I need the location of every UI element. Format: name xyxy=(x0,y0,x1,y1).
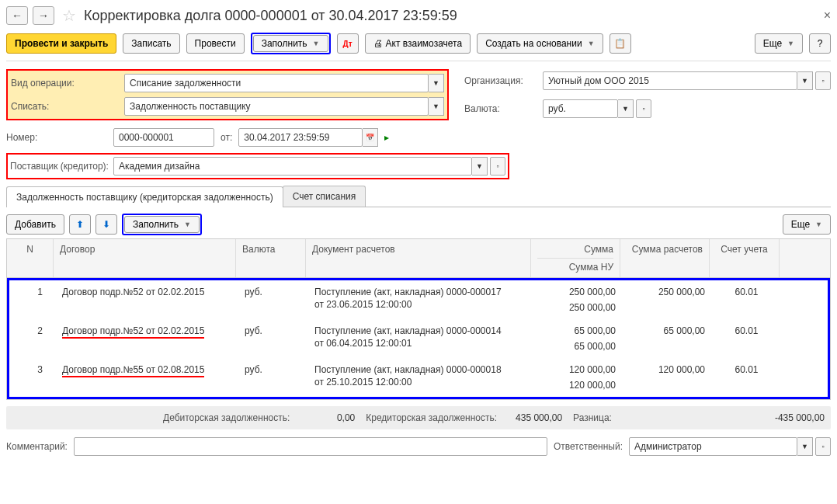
cell-sum-r: 120 000,00 xyxy=(623,363,712,392)
comment-label: Комментарий: xyxy=(6,441,68,452)
print-icon: 🖨 xyxy=(373,38,383,49)
cell-currency: руб. xyxy=(238,285,308,315)
org-label: Организация: xyxy=(464,75,538,86)
cell-n: 3 xyxy=(9,363,56,392)
post-close-button[interactable]: Провести и закрыть xyxy=(6,33,116,54)
tab-account[interactable]: Счет списания xyxy=(283,186,366,207)
resp-label: Ответственный: xyxy=(554,441,623,452)
diff-value: -435 000,00 xyxy=(623,412,825,423)
th-currency: Валюта xyxy=(236,239,306,277)
writeoff-label: Списать: xyxy=(11,101,120,112)
create-based-button[interactable]: Создать на основании▼ xyxy=(477,33,603,54)
add-button[interactable]: Добавить xyxy=(6,214,64,235)
cell-sum-r: 250 000,00 xyxy=(623,285,712,315)
cell-account: 60.01 xyxy=(712,363,782,392)
help-icon[interactable]: ? xyxy=(809,33,831,54)
cell-account: 60.01 xyxy=(712,324,782,353)
th-contract: Договор xyxy=(54,239,236,277)
forward-button[interactable]: → xyxy=(33,6,54,25)
table-row[interactable]: 1Договор подр.№52 от 02.02.2015руб.Посту… xyxy=(9,280,828,319)
back-button[interactable]: ← xyxy=(6,6,28,25)
table-fill-button[interactable]: Заполнить▼ xyxy=(124,216,200,233)
table-row[interactable]: 3Договор подр.№55 от 02.08.2015руб.Посту… xyxy=(9,358,828,397)
credit-label: Кредиторская задолженность: xyxy=(366,412,497,423)
cur-select[interactable]: руб. xyxy=(543,99,618,118)
tab-debt[interactable]: Задолженность поставщику (кредиторская з… xyxy=(6,186,283,207)
open-icon[interactable]: ▫ xyxy=(815,437,831,456)
num-input[interactable]: 0000-000001 xyxy=(113,128,214,147)
cell-contract: Договор подр.№55 от 02.08.2015 xyxy=(56,363,238,392)
dropdown-icon[interactable]: ▼ xyxy=(472,157,488,176)
move-down-icon[interactable]: ⬇ xyxy=(96,214,117,235)
dropdown-icon[interactable]: ▼ xyxy=(429,97,444,116)
open-icon[interactable]: ▫ xyxy=(815,71,831,90)
cell-currency: руб. xyxy=(238,324,308,353)
favorite-icon[interactable]: ☆ xyxy=(62,6,76,25)
supplier-label: Поставщик (кредитор): xyxy=(10,161,109,172)
cell-sum-r: 65 000,00 xyxy=(623,324,712,353)
calendar-icon[interactable]: 📅 xyxy=(363,128,378,147)
open-icon[interactable]: ▫ xyxy=(636,99,651,118)
cell-n: 2 xyxy=(9,324,56,353)
date-input[interactable]: 30.04.2017 23:59:59 xyxy=(238,128,363,147)
op-type-select[interactable]: Списание задолженности xyxy=(124,74,429,92)
debit-value: 0,00 xyxy=(300,412,355,423)
act-button[interactable]: 🖨Акт взаимозачета xyxy=(365,33,471,54)
status-icon: ▸ xyxy=(384,132,389,143)
cell-n: 1 xyxy=(9,285,56,315)
fill-button[interactable]: Заполнить▼ xyxy=(253,35,328,52)
more-button[interactable]: Еще▼ xyxy=(755,33,803,54)
table-more-button[interactable]: Еще▼ xyxy=(783,214,831,235)
th-account: Счет учета xyxy=(710,239,780,277)
th-sum: СуммаСумма НУ xyxy=(531,239,620,277)
cell-doc: Поступление (акт, накладная) 0000-000017… xyxy=(308,285,533,315)
close-icon[interactable]: × xyxy=(824,9,831,23)
dtkt-icon[interactable]: Дт xyxy=(337,33,359,54)
comment-input[interactable] xyxy=(74,437,547,456)
org-select[interactable]: Уютный дом ООО 2015 xyxy=(543,71,797,90)
cell-doc: Поступление (акт, накладная) 0000-000018… xyxy=(308,363,533,392)
move-up-icon[interactable]: ⬆ xyxy=(69,214,91,235)
open-icon[interactable]: ▫ xyxy=(490,157,505,176)
writeoff-select[interactable]: Задолженность поставщику xyxy=(124,97,429,116)
cell-contract: Договор подр.№52 от 02.02.2015 xyxy=(56,285,238,315)
cell-currency: руб. xyxy=(238,363,308,392)
cell-sum: 250 000,00250 000,00 xyxy=(533,285,623,315)
cell-sum: 65 000,0065 000,00 xyxy=(533,324,623,353)
page-title: Корректировка долга 0000-000001 от 30.04… xyxy=(84,8,457,24)
cell-sum: 120 000,00120 000,00 xyxy=(533,363,623,392)
table-row[interactable]: 2Договор подр.№52 от 02.02.2015руб.Посту… xyxy=(9,319,828,358)
th-doc: Документ расчетов xyxy=(306,239,531,277)
dropdown-icon[interactable]: ▼ xyxy=(618,99,634,118)
post-button[interactable]: Провести xyxy=(186,33,245,54)
from-label: от: xyxy=(221,132,232,143)
save-button[interactable]: Записать xyxy=(123,33,179,54)
dropdown-icon[interactable]: ▼ xyxy=(429,74,444,92)
cur-label: Валюта: xyxy=(464,103,538,114)
cell-account: 60.01 xyxy=(712,285,782,315)
debit-label: Дебиторская задолженность: xyxy=(163,412,290,423)
cell-doc: Поступление (акт, накладная) 0000-000014… xyxy=(308,324,533,353)
debt-table: N Договор Валюта Документ расчетов Сумма… xyxy=(6,238,831,400)
diff-label: Разница: xyxy=(573,412,612,423)
th-n: N xyxy=(7,239,54,277)
num-label: Номер: xyxy=(6,132,107,143)
credit-value: 435 000,00 xyxy=(508,412,562,423)
supplier-select[interactable]: Академия дизайна xyxy=(113,157,472,176)
op-type-label: Вид операции: xyxy=(11,78,120,89)
attach-icon[interactable]: 📋 xyxy=(610,33,631,54)
cell-contract: Договор подр.№52 от 02.02.2015 xyxy=(56,324,238,353)
th-sum-r: Сумма расчетов xyxy=(620,239,710,277)
dropdown-icon[interactable]: ▼ xyxy=(797,71,813,90)
resp-select[interactable]: Администратор xyxy=(629,437,797,456)
dropdown-icon[interactable]: ▼ xyxy=(797,437,813,456)
